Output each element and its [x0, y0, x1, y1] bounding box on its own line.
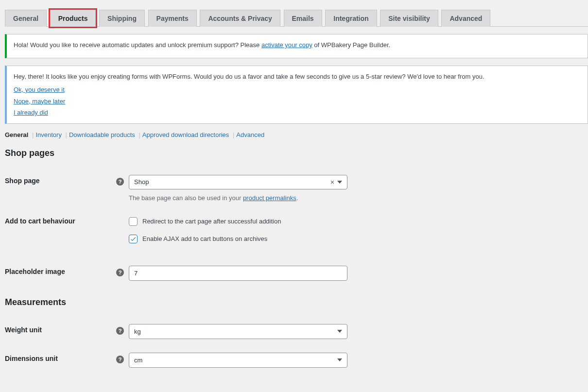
- tab-products[interactable]: Products: [50, 10, 96, 27]
- tab-integration[interactable]: Integration: [325, 10, 377, 27]
- shop-page-select[interactable]: Shop ×: [129, 175, 347, 189]
- redirect-label[interactable]: Redirect to the cart page after successf…: [142, 218, 281, 225]
- section-measurements: Measurements: [5, 297, 588, 307]
- tab-emails[interactable]: Emails: [284, 10, 322, 27]
- notice-wpbakery: Hola! Would you like to receive automati…: [5, 34, 588, 58]
- dimensions-unit-label: Dimensions unit: [5, 355, 58, 362]
- help-icon[interactable]: ?: [116, 178, 124, 186]
- placeholder-image-input[interactable]: [129, 266, 347, 281]
- shop-page-label: Shop page: [5, 177, 40, 185]
- tab-accounts-privacy[interactable]: Accounts & Privacy: [200, 10, 280, 27]
- chevron-down-icon: [337, 181, 342, 184]
- product-permalinks-link[interactable]: product permalinks: [243, 194, 296, 202]
- dimensions-unit-value: cm: [134, 357, 142, 364]
- help-icon[interactable]: ?: [116, 356, 124, 363]
- section-shop-pages: Shop pages: [5, 148, 588, 158]
- ajax-label[interactable]: Enable AJAX add to cart buttons on archi…: [142, 235, 267, 242]
- notice-wpforms-review: Hey, there! It looks like you enjoy crea…: [5, 66, 588, 124]
- tab-advanced[interactable]: Advanced: [441, 10, 490, 27]
- notice-text-post: of WPBakery Page Builder.: [312, 41, 390, 49]
- tab-site-visibility[interactable]: Site visibility: [380, 10, 438, 27]
- help-icon[interactable]: ?: [116, 269, 124, 276]
- chevron-down-icon: [337, 330, 342, 333]
- redirect-checkbox[interactable]: [129, 217, 138, 226]
- shop-page-value: Shop: [134, 178, 149, 186]
- notice-text: Hey, there! It looks like you enjoy crea…: [14, 72, 581, 82]
- weight-unit-select[interactable]: kg: [129, 324, 347, 339]
- placeholder-image-label: Placeholder image: [5, 268, 65, 275]
- products-subnav: General |Inventory |Downloadable product…: [5, 131, 588, 138]
- dimensions-unit-select[interactable]: cm: [129, 353, 347, 368]
- subnav-downloadable[interactable]: Downloadable products: [69, 131, 135, 138]
- help-icon[interactable]: ?: [116, 327, 124, 335]
- subnav-advanced[interactable]: Advanced: [236, 131, 264, 138]
- add-to-cart-label: Add to cart behaviour: [5, 217, 75, 225]
- review-ok-link[interactable]: Ok, you deserve it: [14, 85, 65, 95]
- subnav-approved[interactable]: Approved download directories: [142, 131, 229, 138]
- review-later-link[interactable]: Nope, maybe later: [14, 97, 65, 106]
- clear-icon[interactable]: ×: [330, 178, 334, 186]
- weight-unit-value: kg: [134, 328, 141, 335]
- tab-general[interactable]: General: [5, 10, 47, 27]
- notice-text: Hola! Would you like to receive automati…: [14, 41, 261, 49]
- subnav-general[interactable]: General: [5, 131, 28, 138]
- tab-shipping[interactable]: Shipping: [99, 10, 145, 27]
- weight-unit-label: Weight unit: [5, 326, 42, 334]
- ajax-checkbox[interactable]: [129, 235, 138, 243]
- settings-tabs: General Products Shipping Payments Accou…: [5, 5, 588, 27]
- activate-copy-link[interactable]: activate your copy: [261, 41, 312, 49]
- subnav-inventory[interactable]: Inventory: [35, 131, 61, 138]
- chevron-down-icon: [337, 358, 342, 361]
- shop-page-description: The base page can also be used in your p…: [129, 194, 583, 202]
- review-already-link[interactable]: I already did: [14, 108, 48, 118]
- tab-payments[interactable]: Payments: [148, 10, 197, 27]
